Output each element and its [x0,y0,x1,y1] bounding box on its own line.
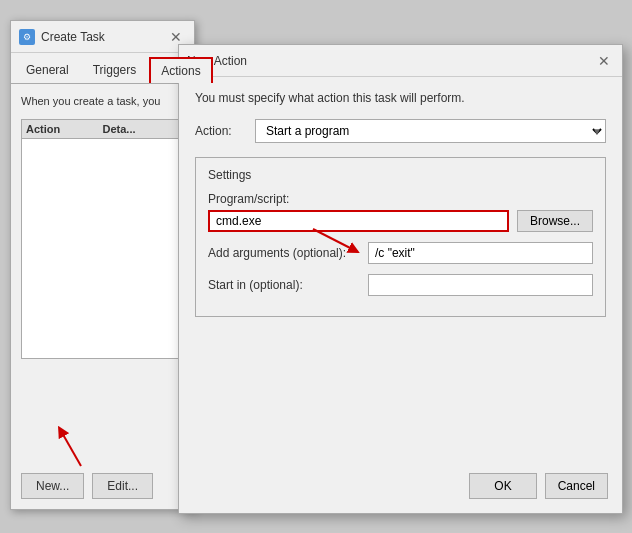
create-task-titlebar: ⚙ Create Task ✕ [11,21,194,53]
cancel-button[interactable]: Cancel [545,473,608,499]
edit-button[interactable]: Edit... [92,473,153,499]
program-input-row: Browse... [208,210,593,232]
create-task-window: ⚙ Create Task ✕ General Triggers Actions… [10,20,195,510]
program-row: Program/script: Browse... [208,192,593,232]
new-action-titlebar: New Action ✕ [179,45,622,77]
svg-line-1 [61,431,81,466]
dialog-content: You must specify what action this task w… [179,77,622,331]
ok-button[interactable]: OK [469,473,536,499]
arguments-row: Add arguments (optional): [208,242,593,264]
create-task-title: Create Task [41,30,105,44]
dialog-description: You must specify what action this task w… [195,91,606,105]
action-select[interactable]: Start a program [255,119,606,143]
arrow-annotation [41,421,101,471]
tab-bar: General Triggers Actions [11,53,194,84]
task-icon: ⚙ [19,29,35,45]
new-action-dialog: New Action ✕ You must specify what actio… [178,44,623,514]
dialog-footer: OK Cancel [469,473,608,499]
action-type-label: Action: [195,124,255,138]
task-description: When you create a task, you [21,94,184,109]
settings-group: Settings Program/script: Browse... Add a… [195,157,606,317]
tab-general[interactable]: General [15,57,80,83]
detail-column-header: Deta... [103,123,180,135]
tab-actions[interactable]: Actions [149,57,212,83]
tab-triggers[interactable]: Triggers [82,57,148,83]
svg-line-3 [313,229,358,252]
arguments-input[interactable] [368,242,593,264]
start-in-label: Start in (optional): [208,278,368,292]
action-table: Action Deta... [21,119,184,359]
program-label: Program/script: [208,192,593,206]
browse-button[interactable]: Browse... [517,210,593,232]
action-column-header: Action [26,123,103,135]
start-in-input[interactable] [368,274,593,296]
new-action-close-button[interactable]: ✕ [594,51,614,71]
titlebar-left: ⚙ Create Task [19,29,105,45]
action-type-row: Action: Start a program ▼ [195,119,606,143]
red-arrow-svg [308,224,368,264]
task-icon-glyph: ⚙ [23,32,31,42]
action-table-header: Action Deta... [22,120,183,139]
action-select-wrapper: Start a program ▼ [255,119,606,143]
settings-title: Settings [208,168,593,182]
new-button[interactable]: New... [21,473,84,499]
task-content: When you create a task, you Action Deta.… [11,84,194,369]
bottom-buttons: New... Edit... [21,473,153,499]
start-in-row: Start in (optional): [208,274,593,296]
action-table-body [22,139,183,353]
